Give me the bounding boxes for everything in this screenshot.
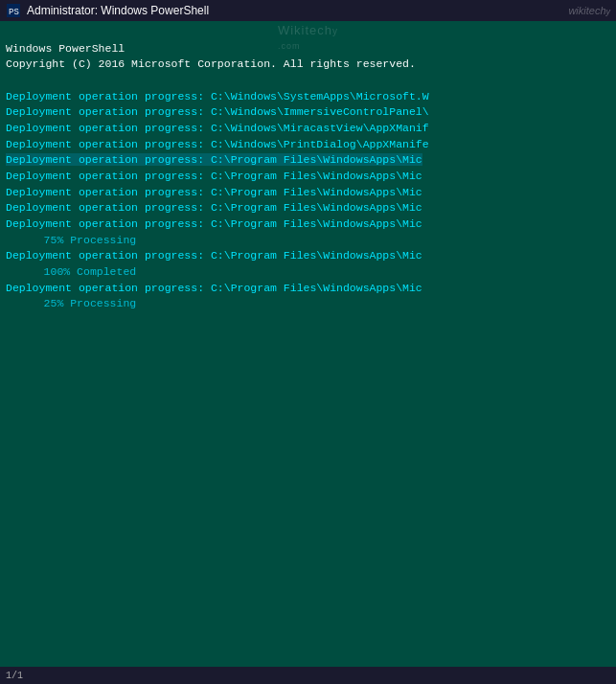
terminal-line-2: Deployment operation progress: C:\Window…	[6, 105, 429, 118]
terminal-output: Windows PowerShell Copyright (C) 2016 Mi…	[6, 25, 610, 329]
powershell-icon: PS	[6, 3, 21, 18]
progress-75: 75% Processing	[6, 234, 136, 246]
terminal-line-7: Deployment operation progress: C:\Progra…	[6, 186, 422, 198]
terminal-body[interactable]: Wikitechy.com Windows PowerShell Copyrig…	[0, 21, 616, 667]
bottom-bar: 1/1	[0, 667, 616, 684]
watermark-title: wikitechy	[568, 5, 610, 16]
terminal-line-4: Deployment operation progress: C:\Window…	[6, 138, 429, 150]
ps-header-line2: Copyright (C) 2016 Microsoft Corporation…	[6, 57, 416, 70]
terminal-line-after-100: Deployment operation progress: C:\Progra…	[6, 282, 422, 294]
ps-header-line1: Windows PowerShell	[6, 42, 125, 55]
terminal-line-1: Deployment operation progress: C:\Window…	[6, 90, 429, 103]
progress-100: 100% Completed	[6, 265, 136, 278]
terminal-line-8: Deployment operation progress: C:\Progra…	[6, 201, 422, 214]
title-bar-text: Administrator: Windows PowerShell	[27, 4, 568, 17]
title-bar: PS Administrator: Windows PowerShell wik…	[0, 0, 616, 21]
terminal-line-9: Deployment operation progress: C:\Progra…	[6, 217, 422, 230]
terminal-line-5: Deployment operation progress: C:\Progra…	[6, 153, 422, 166]
window: PS Administrator: Windows PowerShell wik…	[0, 0, 616, 684]
terminal-line-after-75: Deployment operation progress: C:\Progra…	[6, 249, 422, 262]
terminal-line-3: Deployment operation progress: C:\Window…	[6, 122, 429, 134]
bottom-text: 1/1	[6, 671, 23, 681]
progress-25: 25% Processing	[6, 297, 136, 309]
svg-text:PS: PS	[9, 8, 19, 17]
terminal-line-6: Deployment operation progress: C:\Progra…	[6, 170, 422, 182]
